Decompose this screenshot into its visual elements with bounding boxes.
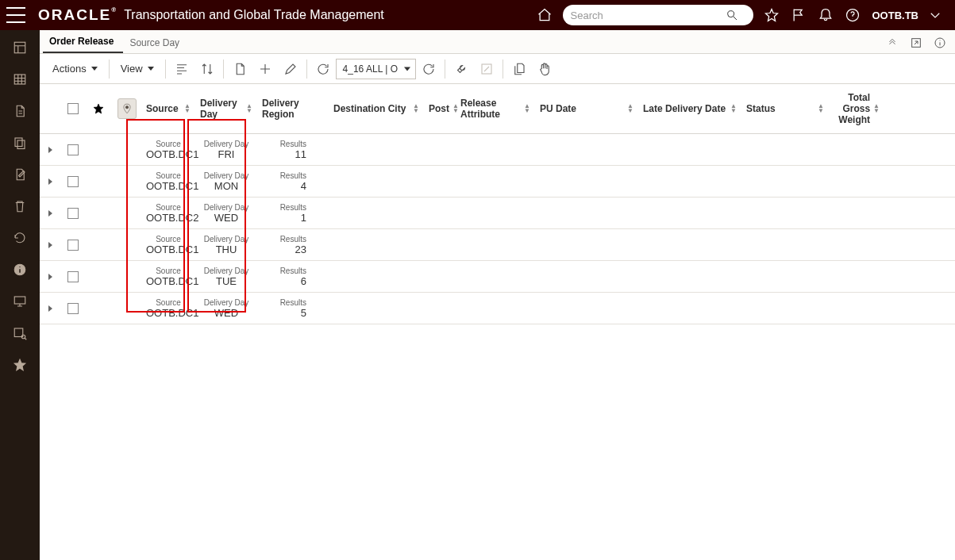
col-location[interactable] (113, 84, 141, 133)
compose-icon (474, 57, 499, 81)
row-loc-placeholder (113, 293, 141, 324)
svg-rect-5 (17, 140, 25, 149)
flag-icon[interactable] (789, 6, 808, 25)
row-loc-placeholder (113, 198, 141, 228)
main-content: Order Release Source Day Actions View 4_… (40, 30, 955, 560)
cell-delivery-day: Delivery Day WED (195, 293, 257, 324)
cell-delivery-day: Delivery Day WED (195, 198, 257, 228)
reorder-icon[interactable] (194, 57, 220, 81)
tab-order-release[interactable]: Order Release (43, 31, 123, 53)
global-search[interactable] (563, 5, 753, 25)
favorite-star-icon[interactable] (762, 6, 781, 25)
breadcrumb: Order Release Source Day (40, 30, 955, 54)
trash-icon[interactable] (12, 198, 28, 214)
cell-results: Results 5 (257, 293, 311, 324)
view-menu[interactable]: View (113, 58, 162, 79)
document-icon[interactable] (12, 103, 28, 119)
row-loc-placeholder (113, 134, 141, 165)
svg-rect-3 (14, 75, 25, 84)
row-checkbox[interactable] (62, 198, 84, 228)
new-doc-icon[interactable] (227, 57, 252, 81)
help-icon[interactable] (843, 6, 862, 25)
cell-source: Source OOTB.DC2 (141, 198, 195, 228)
row-checkbox[interactable] (62, 166, 84, 197)
col-destination-city[interactable]: Destination City (329, 84, 424, 133)
user-label[interactable]: OOTB.TB (872, 10, 919, 21)
user-menu-chevron-icon[interactable] (926, 6, 945, 25)
row-fav-placeholder (84, 198, 113, 228)
row-checkbox[interactable] (62, 134, 84, 165)
col-delivery-day[interactable]: Delivery Day (195, 84, 257, 133)
pan-hand-icon[interactable] (532, 57, 557, 81)
export-icon[interactable] (909, 36, 923, 50)
cell-delivery-day: Delivery Day FRI (195, 134, 257, 165)
cell-results: Results 23 (257, 229, 311, 260)
expand-toggle[interactable] (40, 198, 62, 228)
row-fav-placeholder (84, 229, 113, 260)
col-status[interactable]: Status (741, 84, 829, 133)
cell-results: Results 11 (257, 134, 311, 165)
wrench-icon[interactable] (449, 57, 474, 81)
tab-source-day[interactable]: Source Day (123, 33, 189, 53)
expand-toggle[interactable] (40, 229, 62, 260)
row-fav-placeholder (84, 261, 113, 292)
svg-rect-7 (14, 297, 25, 304)
col-total-gross-weight[interactable]: Total Gross Weight (829, 84, 884, 133)
col-pu-date[interactable]: PU Date (535, 84, 638, 133)
group-row[interactable]: Source OOTB.DC1 Delivery Day MON Results… (40, 166, 955, 198)
query-icon[interactable] (12, 325, 28, 341)
expand-toggle[interactable] (40, 293, 62, 324)
info-icon[interactable] (12, 262, 28, 278)
col-source[interactable]: Source (141, 84, 195, 133)
search-input[interactable] (571, 10, 718, 21)
cell-source: Source OOTB.DC1 (141, 229, 195, 260)
row-checkbox[interactable] (62, 261, 84, 292)
home-icon[interactable] (535, 6, 554, 25)
expand-toggle[interactable] (40, 134, 62, 165)
group-row[interactable]: Source OOTB.DC2 Delivery Day WED Results… (40, 198, 955, 229)
group-row[interactable]: Source OOTB.DC1 Delivery Day FRI Results… (40, 134, 955, 166)
refresh-icon[interactable] (12, 230, 28, 246)
col-delivery-region[interactable]: Delivery Region (257, 84, 329, 133)
apply-layout-icon[interactable] (416, 57, 441, 81)
grid-header-row: Source Delivery Day Delivery Region Dest… (40, 84, 955, 134)
table-icon[interactable] (12, 71, 28, 87)
col-post[interactable]: Post (424, 84, 456, 133)
row-checkbox[interactable] (62, 229, 84, 260)
cell-delivery-day: Delivery Day THU (195, 229, 257, 260)
favorites-nav-icon[interactable] (12, 357, 28, 373)
actions-menu[interactable]: Actions (44, 58, 106, 79)
nav-menu-button[interactable] (6, 7, 25, 23)
collapse-icon[interactable] (885, 36, 899, 50)
edit-pencil-icon[interactable] (278, 57, 303, 81)
refresh-grid-icon[interactable] (310, 57, 336, 81)
cell-source: Source OOTB.DC1 (141, 261, 195, 292)
row-checkbox[interactable] (62, 293, 84, 324)
row-fav-placeholder (84, 134, 113, 165)
workbench-icon[interactable] (12, 40, 28, 56)
duplicate-icon[interactable] (506, 57, 532, 81)
edit-doc-icon[interactable] (12, 167, 28, 182)
col-release-attribute[interactable]: Release Attribute (456, 84, 535, 133)
cell-source: Source OOTB.DC1 (141, 166, 195, 197)
expand-toggle[interactable] (40, 261, 62, 292)
saved-layout-select[interactable]: 4_16 ALL | O (336, 59, 416, 79)
cell-results: Results 1 (257, 198, 311, 228)
info-small-icon[interactable] (933, 36, 947, 50)
col-favorite[interactable] (84, 84, 113, 133)
expand-toggle[interactable] (40, 166, 62, 197)
copy-icon[interactable] (12, 135, 28, 151)
group-row[interactable]: Source OOTB.DC1 Delivery Day TUE Results… (40, 261, 955, 293)
bell-icon[interactable] (816, 6, 835, 25)
left-nav-rail (0, 30, 40, 560)
col-expand (40, 84, 62, 133)
format-icon[interactable] (169, 57, 194, 81)
group-row[interactable]: Source OOTB.DC1 Delivery Day WED Results… (40, 293, 955, 324)
search-icon[interactable] (722, 6, 741, 25)
add-icon[interactable] (252, 57, 278, 81)
group-row[interactable]: Source OOTB.DC1 Delivery Day THU Results… (40, 229, 955, 261)
col-select-all[interactable] (62, 84, 84, 133)
cell-source: Source OOTB.DC1 (141, 134, 195, 165)
monitor-icon[interactable] (12, 293, 28, 309)
col-late-delivery-date[interactable]: Late Delivery Date (638, 84, 741, 133)
